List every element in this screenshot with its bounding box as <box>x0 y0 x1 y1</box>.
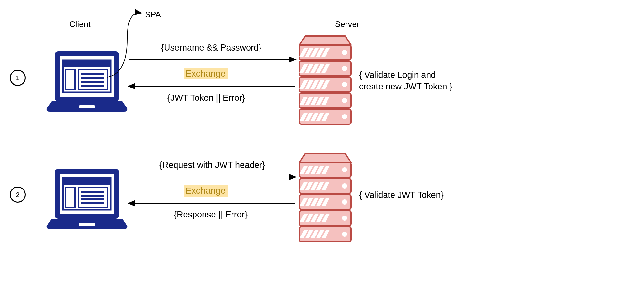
server-stack-icon <box>299 153 351 242</box>
client-laptop-icon <box>47 51 128 112</box>
server-stack-icon <box>299 36 351 124</box>
diagram-canvas <box>0 0 644 304</box>
client-laptop-icon <box>47 169 128 229</box>
